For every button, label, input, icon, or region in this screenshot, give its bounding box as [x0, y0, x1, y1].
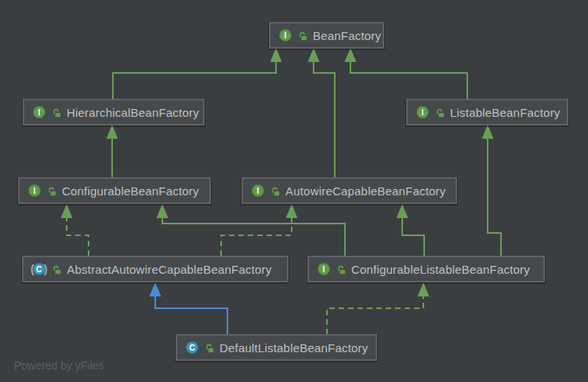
node-configurablelistablebeanfactory[interactable]: I ConfigurableListableBeanFactory [307, 256, 545, 282]
edge-line [67, 218, 89, 256]
node-abstractautowirecapablebeanfactory[interactable]: ( C ) AbstractAutowireCapableBeanFactory [22, 256, 289, 282]
node-listablebeanfactory[interactable]: I ListableBeanFactory [406, 99, 568, 126]
interface-icon: I [252, 184, 264, 197]
implements-arrowhead-icon [418, 282, 430, 297]
node-hierarchicalbeanfactory[interactable]: I HierarchicalBeanFactory [23, 99, 205, 126]
edge-autowirecapable-to-beanfactory[interactable] [308, 48, 336, 177]
abstract-class-icon: ( C ) [32, 263, 45, 275]
interface-icon: I [279, 29, 292, 42]
node-beanfactory[interactable]: I BeanFactory [269, 22, 384, 49]
public-lock-icon [435, 107, 445, 118]
edge-configurable-to-hierarchical[interactable] [107, 125, 118, 177]
extends-arrowhead-icon [157, 204, 169, 218]
edge-configurablelistable-to-listable[interactable] [482, 125, 502, 256]
extends-arrowhead-icon [397, 204, 408, 218]
edge-configurablelistable-to-configurable[interactable] [157, 204, 346, 256]
extends-arrowhead-icon [308, 48, 320, 62]
node-label: AutowireCapableBeanFactory [285, 184, 445, 198]
edge-defaultlistable-to-abstractautowire[interactable] [150, 282, 228, 334]
interface-icon: I [318, 263, 330, 275]
diagram-canvas: I BeanFactory I HierarchicalBeanFactory … [0, 0, 588, 382]
public-lock-icon [52, 264, 62, 275]
interface-icon: I [28, 184, 41, 197]
edge-defaultlistable-to-configurablelistable[interactable] [327, 282, 430, 334]
node-label: DefaultListableBeanFactory [220, 341, 368, 355]
extends-arrowhead-icon [107, 125, 118, 139]
edge-abstractautowire-to-configurable[interactable] [61, 204, 89, 256]
public-lock-icon [205, 343, 215, 353]
extends-arrowhead-icon [270, 48, 282, 62]
implements-arrowhead-icon [61, 204, 73, 218]
edge-hierarchical-to-beanfactory[interactable] [113, 48, 282, 99]
edge-listable-to-beanfactory[interactable] [345, 48, 468, 99]
node-label: HierarchicalBeanFactory [67, 106, 199, 119]
class-extends-arrowhead-icon [150, 282, 162, 297]
node-label: ConfigurableBeanFactory [62, 184, 199, 198]
public-lock-icon [47, 186, 57, 196]
edge-line [314, 62, 335, 177]
edge-line [350, 62, 467, 99]
interface-icon: I [416, 106, 429, 118]
edge-line [327, 297, 423, 334]
edge-line [162, 218, 345, 256]
public-lock-icon [336, 264, 347, 275]
edge-configurablelistable-to-autowirecapable[interactable] [397, 204, 425, 256]
edge-line [488, 139, 501, 256]
yfiles-watermark: Powered by yFiles [14, 359, 103, 372]
extends-arrowhead-icon [345, 48, 357, 62]
node-label: BeanFactory [313, 29, 381, 42]
extends-arrowhead-icon [482, 125, 494, 139]
node-configurablebeanfactory[interactable]: I ConfigurableBeanFactory [18, 177, 211, 204]
public-lock-icon [270, 186, 281, 196]
node-autowirecapablebeanfactory[interactable]: I AutowireCapableBeanFactory [241, 177, 457, 204]
edge-abstractautowire-to-autowirecapable[interactable] [221, 204, 298, 256]
class-icon: C [186, 341, 198, 354]
node-label: ListableBeanFactory [450, 106, 561, 119]
edge-line [402, 218, 424, 256]
node-defaultlistablebeanfactory[interactable]: C DefaultListableBeanFactory [176, 334, 377, 361]
public-lock-icon [298, 31, 308, 41]
implements-arrowhead-icon [286, 204, 298, 218]
edge-line [155, 297, 227, 334]
node-label: AbstractAutowireCapableBeanFactory [67, 263, 271, 276]
public-lock-icon [52, 107, 62, 118]
interface-icon: I [33, 106, 45, 118]
edge-line [113, 62, 276, 99]
node-label: ConfigurableListableBeanFactory [351, 263, 530, 276]
abstract-paren-close: ) [44, 263, 48, 275]
